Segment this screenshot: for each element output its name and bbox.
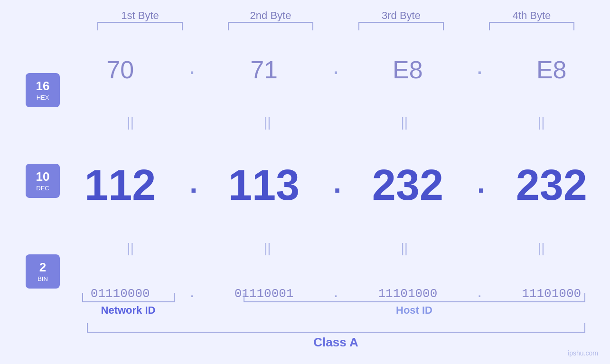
network-id-label: Network ID <box>82 304 175 317</box>
bottom-section: Network ID Host ID Class A <box>62 290 610 350</box>
hex-row: 70 . 71 . E8 . E8 <box>62 56 610 84</box>
dec-val-1: 112 <box>68 161 172 210</box>
dot-hex-3: . <box>472 60 487 79</box>
dec-badge: 10 DEC <box>26 164 60 198</box>
hex-badge: 16 HEX <box>26 73 60 107</box>
equals-row-1: || || || || <box>62 115 610 130</box>
eq1-4: || <box>489 115 593 130</box>
base-labels: 16 HEX 10 DEC 2 BIN <box>0 35 62 355</box>
eq2-1: || <box>78 241 183 256</box>
hex-val-3: E8 <box>356 56 460 84</box>
eq2-2: || <box>215 241 319 256</box>
eq1-2: || <box>215 115 319 130</box>
eq1-3: || <box>352 115 457 130</box>
byte-header-2: 2nd Byte <box>223 9 318 22</box>
eq2-4: || <box>489 241 593 256</box>
byte-header-3: 3rd Byte <box>354 9 449 22</box>
dot-dec-2: . <box>328 169 343 201</box>
hex-val-2: 71 <box>212 56 316 84</box>
dec-val-3: 232 <box>356 161 460 210</box>
byte-headers-row: 1st Byte 2nd Byte 3rd Byte 4th Byte <box>75 9 597 22</box>
byte-header-4: 4th Byte <box>484 9 579 22</box>
dot-hex-2: . <box>328 60 343 79</box>
dec-row: 112 . 113 . 232 . 232 <box>62 161 610 210</box>
main-container: 1st Byte 2nd Byte 3rd Byte 4th Byte 16 H… <box>0 0 610 364</box>
bracket-1 <box>97 22 183 30</box>
eq1-1: || <box>78 115 183 130</box>
equals-row-2: || || || || <box>62 241 610 256</box>
eq2-3: || <box>352 241 457 256</box>
class-label: Class A <box>62 335 610 350</box>
top-brackets-row <box>75 22 597 30</box>
dec-val-2: 113 <box>212 161 316 210</box>
bracket-3 <box>358 22 444 30</box>
dec-val-4: 232 <box>499 161 604 210</box>
dot-dec-3: . <box>472 169 487 201</box>
dot-dec-1: . <box>185 169 199 201</box>
bin-badge: 2 BIN <box>26 254 60 289</box>
watermark: ipshu.com <box>568 349 598 357</box>
host-id-label: Host ID <box>244 304 585 317</box>
hex-val-4: E8 <box>499 56 604 84</box>
dot-hex-1: . <box>185 60 199 79</box>
class-bracket <box>87 323 585 333</box>
bracket-4 <box>489 22 574 30</box>
bracket-2 <box>228 22 313 30</box>
byte-header-1: 1st Byte <box>93 9 188 22</box>
network-bracket <box>82 293 175 302</box>
hex-val-1: 70 <box>68 56 172 84</box>
host-bracket <box>244 293 585 302</box>
